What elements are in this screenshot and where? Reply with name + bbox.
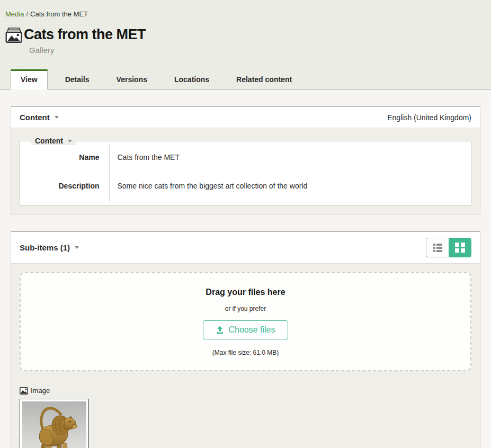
page-title: Cats from the MET bbox=[24, 26, 146, 43]
subitem-type-label: Image bbox=[31, 387, 50, 395]
grid-view-icon bbox=[455, 243, 465, 253]
grid-view-button[interactable] bbox=[449, 238, 471, 257]
language-label: English (United Kingdom) bbox=[387, 113, 471, 122]
tab-view[interactable]: View bbox=[11, 69, 48, 89]
upload-icon bbox=[216, 326, 224, 334]
subitem-type-row: Image bbox=[20, 387, 89, 395]
tab-bar: View Details Versions Locations Related … bbox=[0, 69, 491, 89]
subitems-section-header: Sub-items (1) bbox=[11, 232, 480, 263]
gallery-icon bbox=[5, 28, 22, 45]
max-file-size-note: (Max file size: 61.0 MB) bbox=[31, 349, 460, 356]
content-section-body: Content Name Cats from the MET Descripti… bbox=[11, 128, 480, 214]
field-value: Some nice cats from the biggest art coll… bbox=[109, 169, 471, 202]
breadcrumb: Media/Cats from the MET bbox=[0, 10, 491, 18]
caret-down-icon bbox=[55, 116, 59, 119]
field-value: Cats from the MET bbox=[109, 145, 471, 169]
field-label: Name bbox=[20, 145, 109, 169]
subitems-section-title: Sub-items (1) bbox=[20, 243, 70, 252]
tab-locations[interactable]: Locations bbox=[165, 70, 219, 89]
image-icon bbox=[20, 387, 28, 395]
subitem-thumbnail[interactable] bbox=[20, 399, 89, 448]
field-row-description: Description Some nice cats from the bigg… bbox=[20, 169, 471, 202]
file-dropzone[interactable]: Drag your files here or if you prefer Ch… bbox=[20, 272, 471, 371]
lion-sculpture-photo bbox=[22, 401, 86, 448]
content-section-header: Content English (United Kingdom) bbox=[11, 107, 480, 128]
content-fieldset: Content Name Cats from the MET Descripti… bbox=[20, 137, 471, 205]
breadcrumb-current: Cats from the MET bbox=[30, 10, 88, 18]
caret-down-icon bbox=[68, 140, 72, 142]
subitems-section-toggle[interactable]: Sub-items (1) bbox=[20, 243, 79, 252]
breadcrumb-separator: / bbox=[26, 10, 28, 18]
content-section-title: Content bbox=[20, 113, 50, 122]
tab-details[interactable]: Details bbox=[56, 70, 99, 89]
caret-down-icon bbox=[75, 246, 79, 249]
content-type-label: Gallery bbox=[29, 46, 491, 55]
page-header-area: Media/Cats from the MET Cats from the ME… bbox=[0, 0, 491, 89]
dropzone-heading: Drag your files here bbox=[31, 288, 460, 297]
list-view-button[interactable] bbox=[426, 238, 449, 257]
content-fieldset-toggle[interactable]: Content bbox=[31, 137, 76, 145]
choose-files-label: Choose files bbox=[228, 325, 275, 335]
choose-files-button[interactable]: Choose files bbox=[203, 320, 288, 339]
subitem-card: Image bbox=[20, 387, 89, 448]
breadcrumb-link-media[interactable]: Media bbox=[5, 10, 24, 18]
subitems-section-body: Drag your files here or if you prefer Ch… bbox=[11, 263, 480, 448]
dropzone-subtext: or if you prefer bbox=[31, 305, 460, 312]
content-fieldset-legend: Content bbox=[35, 137, 63, 145]
tab-related-content[interactable]: Related content bbox=[227, 70, 301, 89]
tab-versions[interactable]: Versions bbox=[107, 70, 157, 89]
content-section: Content English (United Kingdom) Content… bbox=[11, 106, 480, 214]
content-section-toggle[interactable]: Content bbox=[20, 113, 59, 122]
field-label: Description bbox=[20, 169, 109, 202]
subitems-section: Sub-items (1) bbox=[11, 231, 480, 448]
list-view-icon bbox=[433, 243, 442, 252]
field-row-name: Name Cats from the MET bbox=[20, 145, 471, 169]
title-block: Cats from the MET Gallery bbox=[5, 26, 491, 55]
view-mode-toggle bbox=[426, 238, 471, 257]
field-table: Name Cats from the MET Description Some … bbox=[20, 145, 471, 202]
